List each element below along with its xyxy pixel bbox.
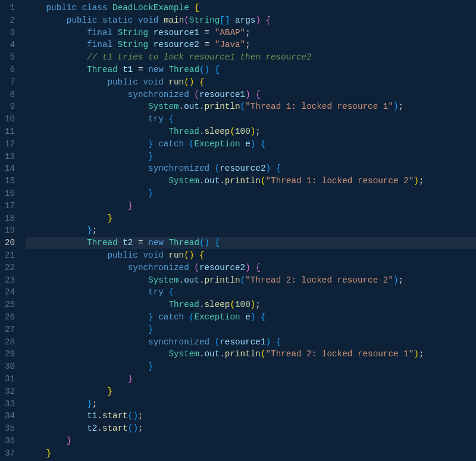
token-kw: try: [148, 114, 164, 124]
token-pn: ;: [138, 424, 143, 433]
token-var: resource2: [220, 164, 265, 173]
token-pn: ;: [399, 102, 404, 111]
code-line[interactable]: final String resource1 = "ABAP";: [26, 27, 476, 39]
code-line[interactable]: try {: [26, 286, 476, 299]
token-mth: main: [164, 15, 184, 25]
code-line[interactable]: }: [26, 324, 476, 336]
code-line[interactable]: synchronized (resource2) {: [26, 162, 476, 175]
code-line[interactable]: t2.start();: [26, 422, 476, 435]
indent: [26, 374, 128, 384]
code-line[interactable]: // t1 tries to lock resource1 then resou…: [26, 51, 476, 64]
token-cls: Thread: [168, 65, 199, 74]
code-line[interactable]: synchronized (resource1) {: [26, 89, 476, 101]
line-number: 19: [5, 224, 15, 237]
code-line[interactable]: }: [26, 150, 476, 163]
token-brc3: (: [215, 337, 220, 347]
token-mth: run: [168, 77, 184, 87]
code-line[interactable]: public class DeadLockExample {: [26, 2, 476, 14]
token-num: 100: [235, 127, 250, 136]
code-line[interactable]: public void run() {: [26, 249, 476, 262]
line-number: 32: [5, 385, 15, 398]
code-line[interactable]: }: [26, 187, 476, 200]
code-line[interactable]: t1.start();: [26, 410, 476, 422]
indent: [26, 65, 87, 74]
indent: [26, 300, 168, 309]
token-brc3: ): [133, 411, 138, 421]
token-brc3: {: [215, 65, 220, 74]
token-var: out: [204, 349, 220, 359]
token-kw: synchronized: [148, 164, 209, 173]
code-line[interactable]: final String resource2 = "Java";: [26, 39, 476, 51]
code-line[interactable]: System.out.println("Thread 2: locked res…: [26, 348, 476, 360]
token-kw: void: [138, 15, 158, 25]
code-line[interactable]: } catch (Exception e) {: [26, 311, 476, 324]
token-brc3: }: [148, 189, 154, 198]
line-number: 29: [5, 348, 15, 360]
line-number: 26: [5, 311, 15, 324]
token-str: "ABAP": [215, 28, 245, 37]
indent: [26, 250, 107, 260]
code-line[interactable]: }: [26, 200, 476, 212]
indent: [26, 387, 107, 396]
token-pn: [118, 65, 123, 74]
code-line[interactable]: System.out.println("Thread 2: locked res…: [26, 274, 476, 287]
code-area[interactable]: public class DeadLockExample { public st…: [21, 0, 476, 461]
token-brc3: {: [276, 337, 281, 347]
code-line[interactable]: Thread.sleep(100);: [26, 299, 476, 311]
code-line[interactable]: };: [26, 398, 476, 410]
token-pn: [112, 40, 118, 49]
token-pn: [261, 15, 266, 25]
code-line[interactable]: Thread t2 = new Thread() {: [26, 237, 476, 249]
code-line[interactable]: synchronized (resource2) {: [26, 262, 476, 274]
token-pn: [194, 77, 199, 87]
code-line[interactable]: Thread t1 = new Thread() {: [26, 64, 476, 76]
code-line[interactable]: }: [26, 385, 476, 398]
code-line[interactable]: Thread.sleep(100);: [26, 126, 476, 138]
indent: [26, 312, 148, 322]
code-line[interactable]: }: [26, 447, 476, 460]
code-line[interactable]: synchronized (resource1) {: [26, 336, 476, 349]
token-kw: synchronized: [128, 263, 189, 272]
indent: [26, 102, 148, 111]
token-pn: [194, 250, 199, 260]
indent: [26, 263, 128, 272]
token-var: out: [204, 176, 220, 186]
line-number: 23: [5, 274, 15, 287]
token-kw: catch: [158, 139, 184, 149]
line-number: 15: [5, 175, 15, 187]
token-pn: [148, 28, 154, 37]
code-line[interactable]: public static void main(String[] args) {: [26, 14, 476, 27]
token-pn: [230, 15, 235, 25]
code-line[interactable]: System.out.println("Thread 1: locked res…: [26, 101, 476, 113]
indent: [26, 349, 168, 359]
token-brc: ): [414, 176, 419, 186]
line-number: 16: [5, 187, 15, 200]
token-cls: String: [118, 28, 148, 37]
token-pn: ;: [245, 28, 250, 37]
code-line[interactable]: };: [26, 224, 476, 237]
token-brc3: ): [393, 102, 399, 111]
token-pn: [133, 15, 138, 25]
token-brc3: {: [168, 114, 174, 124]
code-line[interactable]: public void run() {: [26, 76, 476, 89]
token-pn: .: [199, 102, 205, 111]
token-cls: String: [189, 15, 220, 25]
code-line[interactable]: } catch (Exception e) {: [26, 138, 476, 150]
code-line[interactable]: }: [26, 435, 476, 447]
indent: [26, 52, 87, 62]
code-line[interactable]: System.out.println("Thread 1: locked res…: [26, 175, 476, 187]
token-brc2: ): [255, 15, 261, 25]
code-line[interactable]: }: [26, 212, 476, 225]
token-brc2: (: [194, 90, 199, 99]
code-line[interactable]: }: [26, 360, 476, 373]
token-pn: [118, 238, 123, 247]
token-cls: DeadLockExample: [112, 3, 189, 12]
code-editor[interactable]: 1234567891011121314151617181920212223242…: [0, 0, 476, 461]
indent: [26, 77, 107, 87]
code-line[interactable]: try {: [26, 113, 476, 126]
token-pn: [240, 312, 246, 322]
code-line[interactable]: }: [26, 373, 476, 385]
line-number: 25: [5, 299, 15, 311]
token-brc: ): [414, 349, 419, 359]
token-pn: ;: [138, 411, 143, 421]
